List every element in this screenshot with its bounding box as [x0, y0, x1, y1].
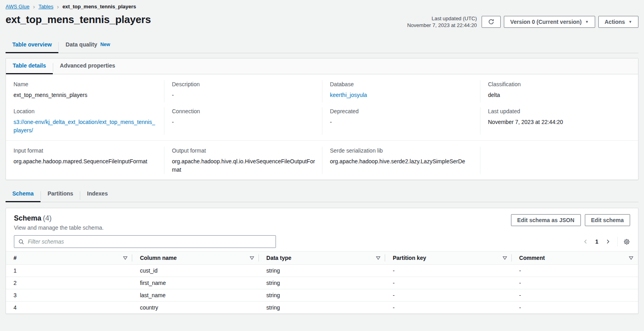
- filter-icon[interactable]: [123, 256, 127, 260]
- filter-icon[interactable]: [250, 256, 254, 260]
- tab-data-quality[interactable]: Data qualityNew: [59, 37, 117, 53]
- pagination-prev-button[interactable]: [582, 238, 590, 246]
- column-header-data-type[interactable]: Data type: [259, 252, 385, 265]
- detail-empty: [480, 147, 638, 174]
- table-cell: -: [385, 277, 511, 289]
- table-cell: first_name: [132, 277, 258, 289]
- version-dropdown[interactable]: Version 0 (Current version) ▼: [504, 16, 595, 28]
- breadcrumb: AWS Glue › Tables › ext_top_mens_tennis_…: [6, 0, 638, 10]
- filter-icon[interactable]: [503, 256, 507, 260]
- tab-partitions[interactable]: Partitions: [41, 186, 80, 202]
- detail-classification: Classification delta: [480, 80, 638, 103]
- table-cell: 3: [6, 289, 132, 302]
- filter-icon[interactable]: [629, 256, 633, 260]
- table-cell: 1: [6, 265, 132, 277]
- gear-icon: [623, 238, 630, 245]
- pagination: 1: [582, 237, 630, 246]
- format-grid: Input format org.apache.hadoop.mapred.Se…: [6, 141, 638, 180]
- header-actions: Last updated (UTC) November 7, 2023 at 2…: [407, 15, 638, 29]
- details-grid: Name ext_top_mens_tennis_players Descrip…: [6, 74, 638, 140]
- breadcrumb-separator-icon: ›: [57, 4, 59, 10]
- breadcrumb-link-tables[interactable]: Tables: [39, 4, 54, 10]
- table-cell: country: [132, 302, 258, 314]
- filter-icon[interactable]: [376, 256, 380, 260]
- detail-location: Location s3://one-env/kj_delta_ext_locat…: [6, 107, 164, 135]
- table-row: 2first_namestring--: [6, 277, 638, 289]
- details-tabs: Table details Advanced properties: [6, 58, 638, 74]
- last-updated-label: Last updated (UTC): [407, 15, 477, 22]
- last-updated-text: Last updated (UTC) November 7, 2023 at 2…: [407, 15, 477, 29]
- table-cell: -: [385, 289, 511, 302]
- tab-table-overview[interactable]: Table overview: [6, 37, 58, 53]
- detail-deprecated: Deprecated -: [322, 107, 480, 135]
- schema-heading: Schema(4) View and manage the table sche…: [14, 214, 104, 231]
- tab-advanced-properties[interactable]: Advanced properties: [53, 58, 122, 74]
- table-cell: string: [259, 277, 385, 289]
- schema-table: # Column name Data type Partition key Co…: [6, 251, 638, 314]
- chevron-left-icon: [582, 238, 589, 245]
- edit-schema-json-button[interactable]: Edit schema as JSON: [511, 214, 581, 226]
- table-cell: -: [385, 265, 511, 277]
- main-tabs: Table overview Data qualityNew: [6, 37, 638, 53]
- breadcrumb-current-page: ext_top_mens_tennis_players: [62, 4, 136, 10]
- breadcrumb-link-aws-glue[interactable]: AWS Glue: [6, 4, 29, 10]
- schema-tabs: Schema Partitions Indexes: [6, 186, 638, 202]
- chevron-down-icon: ▼: [585, 20, 589, 24]
- filter-schemas-input[interactable]: [28, 238, 272, 245]
- tab-table-details[interactable]: Table details: [6, 58, 53, 74]
- schema-count: (4): [43, 214, 52, 222]
- pagination-page-number[interactable]: 1: [594, 238, 599, 245]
- detail-last-updated: Last updated November 7, 2023 at 22:44:2…: [480, 107, 638, 135]
- table-cell: -: [385, 302, 511, 314]
- column-header-comment[interactable]: Comment: [512, 252, 638, 265]
- pagination-next-button[interactable]: [604, 238, 612, 246]
- new-badge: New: [100, 42, 110, 47]
- detail-database: Database keerthi_josyula: [322, 80, 480, 103]
- table-cell: 2: [6, 277, 132, 289]
- schema-section-title: Schema: [14, 214, 41, 222]
- table-row: 3last_namestring--: [6, 289, 638, 302]
- location-link[interactable]: s3://one-env/kj_delta_ext_location/ext_t…: [13, 119, 155, 134]
- schema-description: View and manage the table schema.: [14, 225, 104, 231]
- actions-dropdown-label: Actions: [605, 19, 625, 25]
- schema-table-body: 1cust_idstring--2first_namestring--3last…: [6, 265, 638, 314]
- table-cell: -: [512, 302, 638, 314]
- column-header-index[interactable]: #: [6, 252, 132, 265]
- table-cell: string: [259, 265, 385, 277]
- table-cell: last_name: [132, 289, 258, 302]
- table-details-card: Table details Advanced properties Name e…: [6, 58, 638, 180]
- column-header-partition-key[interactable]: Partition key: [385, 252, 511, 265]
- table-cell: -: [512, 265, 638, 277]
- detail-serde-lib: Serde serialization lib org.apache.hadoo…: [322, 147, 480, 174]
- table-cell: string: [259, 302, 385, 314]
- tab-indexes[interactable]: Indexes: [80, 186, 114, 202]
- table-cell: 4: [6, 302, 132, 314]
- tab-schema[interactable]: Schema: [6, 186, 40, 202]
- detail-description: Description -: [164, 80, 322, 103]
- detail-input-format: Input format org.apache.hadoop.mapred.Se…: [6, 147, 164, 174]
- actions-dropdown[interactable]: Actions ▼: [598, 16, 638, 28]
- database-link[interactable]: keerthi_josyula: [330, 92, 367, 98]
- version-dropdown-label: Version 0 (Current version): [510, 19, 582, 25]
- detail-connection: Connection -: [164, 107, 322, 135]
- last-updated-value: November 7, 2023 at 22:44:20: [407, 22, 477, 29]
- page-title: ext_top_mens_tennis_players: [6, 14, 151, 26]
- table-header-row: # Column name Data type Partition key Co…: [6, 252, 638, 265]
- breadcrumb-separator-icon: ›: [33, 4, 35, 10]
- refresh-button[interactable]: [482, 16, 501, 28]
- edit-schema-button[interactable]: Edit schema: [585, 214, 630, 226]
- column-header-column-name[interactable]: Column name: [132, 252, 258, 265]
- schema-card: Schema(4) View and manage the table sche…: [6, 208, 638, 314]
- chevron-right-icon: [605, 238, 611, 245]
- table-row: 4countrystring--: [6, 302, 638, 314]
- settings-gear-button[interactable]: [623, 238, 630, 245]
- page-content: AWS Glue › Tables › ext_top_mens_tennis_…: [6, 0, 638, 314]
- table-row: 1cust_idstring--: [6, 265, 638, 277]
- detail-name: Name ext_top_mens_tennis_players: [6, 80, 164, 103]
- tab-data-quality-label: Data quality: [66, 41, 97, 48]
- search-icon: [18, 239, 24, 245]
- page-header: ext_top_mens_tennis_players Last updated…: [6, 14, 638, 29]
- refresh-icon: [488, 19, 494, 25]
- detail-output-format: Output format org.apache.hadoop.hive.ql.…: [164, 147, 322, 174]
- filter-box: [14, 235, 276, 248]
